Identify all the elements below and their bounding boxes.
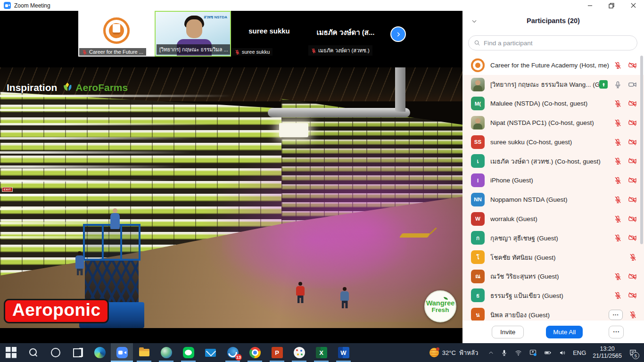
participant-name: นิพล สายป้อง (Guest) bbox=[490, 310, 609, 320]
video-thumbnail[interactable]: suree sukku suree sukku bbox=[231, 11, 307, 57]
screen-share-tray-icon bbox=[529, 349, 537, 356]
window-titlebar: Zoom Meeting bbox=[0, 0, 644, 11]
camera-status-icon bbox=[628, 138, 637, 146]
clock[interactable]: 13:20 21/11/2565 bbox=[589, 343, 625, 362]
zoom-taskbar-button[interactable] bbox=[111, 343, 133, 362]
language-indicator[interactable]: ENG bbox=[570, 343, 589, 362]
close-button[interactable] bbox=[622, 0, 644, 11]
participant-row[interactable]: ณ ณวัช วิริยะสุนทร (Guest) bbox=[462, 267, 644, 286]
screen-share-icon bbox=[599, 80, 608, 89]
camera-status-icon bbox=[628, 291, 637, 299]
video-thumbnail[interactable]: Career for the Future ... bbox=[78, 11, 155, 57]
participant-row[interactable]: โ โชคชัย ทัศนิยม (Guest) bbox=[462, 247, 644, 267]
tray-volume-button[interactable] bbox=[555, 343, 570, 362]
participant-avatar bbox=[471, 116, 485, 130]
file-explorer-taskbar-button[interactable] bbox=[133, 343, 155, 362]
participant-row[interactable]: ก กุลชญา สุธีเชษฐ (Guest) bbox=[462, 228, 644, 247]
system-tray: 32°C ฟ้าหลัว bbox=[426, 343, 644, 362]
minimize-button[interactable] bbox=[579, 0, 601, 11]
participant-row[interactable]: Career for the Future Academy (Host, me) bbox=[462, 56, 644, 75]
participant-name: iPhone (Guest) bbox=[490, 177, 614, 184]
mail-taskbar-button[interactable] bbox=[199, 343, 222, 362]
participant-avatar: ก bbox=[471, 231, 485, 245]
mic-status-icon bbox=[614, 291, 622, 299]
participant-name: worraluk (Guest) bbox=[490, 215, 614, 222]
video-thumbnail[interactable]: เมธภัค วงษ์ดา (ส... เมธภัค วงษ์ดา (สวทช.… bbox=[307, 11, 384, 57]
app-badge: 13 bbox=[235, 354, 242, 361]
excel-taskbar-button[interactable]: X bbox=[310, 343, 332, 362]
tray-battery-button[interactable] bbox=[540, 343, 555, 362]
main-video-region: Career for the Future ... สวทช NSTDA [วิ… bbox=[0, 11, 462, 343]
camera-status-icon bbox=[628, 81, 637, 89]
participant-avatar: SS bbox=[471, 135, 485, 149]
thunderbird-taskbar-button[interactable]: 13 bbox=[222, 343, 244, 362]
line-taskbar-button[interactable] bbox=[177, 343, 199, 362]
restore-button[interactable] bbox=[601, 0, 622, 11]
participant-row[interactable]: น นิพล สายป้อง (Guest) ··· bbox=[462, 305, 644, 321]
notification-center-button[interactable]: 5 bbox=[625, 343, 642, 362]
chevron-up-icon bbox=[488, 350, 494, 356]
participant-row[interactable]: W worraluk (Guest) bbox=[462, 209, 644, 229]
tray-mic-button[interactable] bbox=[497, 343, 511, 362]
search-input[interactable] bbox=[484, 40, 632, 47]
mic-status-icon bbox=[614, 196, 622, 204]
mic-status-icon bbox=[614, 215, 622, 223]
scrollbar-thumb[interactable] bbox=[640, 56, 643, 244]
invite-button[interactable]: Invite bbox=[492, 326, 524, 338]
participant-avatar: M( bbox=[471, 97, 485, 110]
camera-status-icon bbox=[628, 196, 637, 204]
camera-status-icon bbox=[628, 272, 637, 280]
participant-row[interactable]: NN Noppamon NSTDA (Guest) bbox=[462, 190, 644, 209]
thumbnail-display-name: เมธภัค วงษ์ดา (ส... bbox=[307, 27, 384, 38]
word-taskbar-button[interactable]: W bbox=[332, 343, 355, 362]
participant-row[interactable]: [วิทยากร] กฤษณะ ธรรมวิมล Wang... (Guest) bbox=[462, 75, 644, 94]
participant-name: เมธภัค วงษ์ดา (สวทช.) (Co-host, guest) bbox=[490, 156, 614, 166]
window-title: Zoom Meeting bbox=[14, 2, 50, 9]
muted-mic-icon bbox=[82, 49, 87, 55]
task-view-taskbar-button[interactable] bbox=[66, 343, 89, 362]
participant-avatar bbox=[471, 58, 485, 72]
chrome-taskbar-button[interactable] bbox=[244, 343, 266, 362]
edge-taskbar-button[interactable] bbox=[89, 343, 111, 362]
powerpoint-taskbar-button[interactable]: P bbox=[266, 343, 288, 362]
search-taskbar-button[interactable] bbox=[22, 343, 44, 362]
participant-avatar bbox=[471, 78, 485, 91]
mic-status-icon bbox=[614, 99, 622, 107]
panel-more-button[interactable]: ··· bbox=[609, 326, 624, 338]
tray-network-button[interactable] bbox=[511, 343, 526, 362]
video-thumbnail[interactable]: สวทช NSTDA [วิทยากร] กฤษณะ ธรรมวิมล ... bbox=[155, 11, 231, 57]
globe-browser-taskbar-button[interactable] bbox=[155, 343, 177, 362]
cortana-taskbar-button[interactable] bbox=[44, 343, 66, 362]
participant-avatar: โ bbox=[471, 250, 485, 264]
camera-status-icon bbox=[628, 61, 637, 69]
participant-row[interactable]: Nipat (NSTDA PC1) (Co-host, guest) bbox=[462, 113, 644, 132]
mic-status-icon bbox=[614, 61, 622, 69]
tray-cast-button[interactable] bbox=[526, 343, 540, 362]
shared-screen-video: Inspiration AeroFarms EXIT Aeroponic Wan… bbox=[0, 67, 462, 328]
weather-widget[interactable]: 32°C ฟ้าหลัว bbox=[426, 343, 485, 362]
taskbar: 13 P X W 32°C ฟ้าหลัว bbox=[0, 343, 644, 362]
paint3d-taskbar-button[interactable] bbox=[288, 343, 310, 362]
thumbnail-name-label: suree sukku bbox=[232, 48, 272, 56]
battery-icon bbox=[544, 349, 552, 356]
participant-row[interactable]: เ เมธภัค วงษ์ดา (สวทช.) (Co-host, guest) bbox=[462, 152, 644, 171]
mic-status-icon bbox=[614, 234, 622, 242]
tray-overflow-button[interactable] bbox=[485, 343, 497, 362]
participant-row[interactable]: M( Malulee (NSTDA) (Co-host, guest) bbox=[462, 94, 644, 113]
next-page-button[interactable] bbox=[390, 26, 406, 42]
participant-name: กุลชญา สุธีเชษฐ (Guest) bbox=[490, 233, 614, 243]
participant-row[interactable]: ธ ธรรมรัฐ แป้นเขียว (Guest) bbox=[462, 286, 644, 305]
muted-mic-icon bbox=[235, 49, 240, 55]
participant-avatar: NN bbox=[471, 193, 485, 206]
mic-status-icon bbox=[614, 81, 622, 89]
participant-row[interactable]: I iPhone (Guest) bbox=[462, 171, 644, 190]
participant-more-button[interactable]: ··· bbox=[609, 310, 623, 320]
thumbnail-name-label: [วิทยากร] กฤษณะ ธรรมวิมล ... bbox=[157, 44, 230, 55]
wangree-fresh-logo: Wangree Fresh bbox=[424, 290, 456, 322]
participant-row[interactable]: SS suree sukku (Co-host, guest) bbox=[462, 132, 644, 152]
participant-name: Career for the Future Academy (Host, me) bbox=[490, 62, 614, 69]
start-taskbar-button[interactable] bbox=[0, 343, 22, 362]
participant-name: ณวัช วิริยะสุนทร (Guest) bbox=[490, 271, 614, 281]
mute-all-button[interactable]: Mute All bbox=[546, 326, 583, 338]
participant-search[interactable] bbox=[468, 35, 637, 50]
